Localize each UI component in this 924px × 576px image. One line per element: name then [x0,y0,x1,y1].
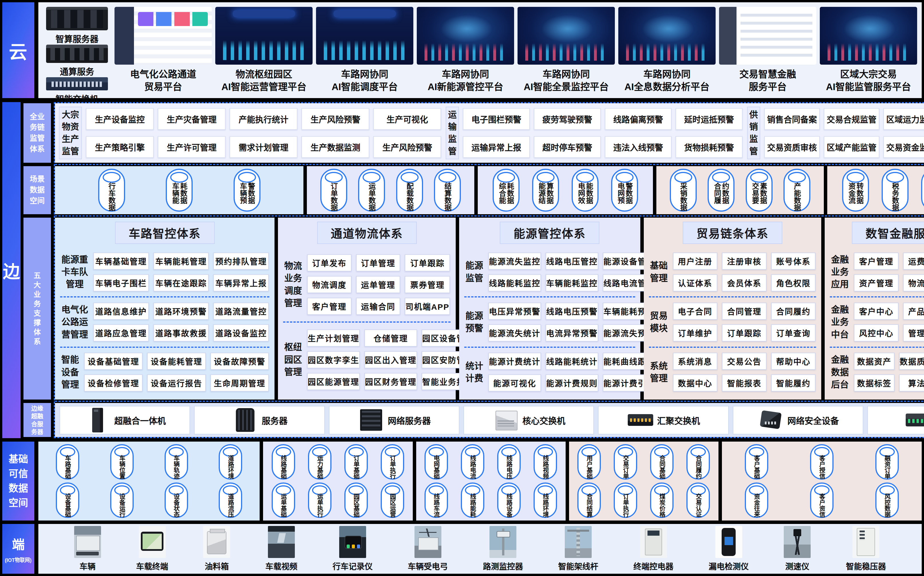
system-column-vehicle-road: 车路智控体系 能源重卡车队管理 车辆基础管理车辆能耗管理预约排队管理车辆电子围栏… [55,218,274,400]
module-card: 交易公告 [722,353,767,370]
scene-data-group-logistics: 订单数据运单数据配载数据结算数据 [307,166,474,214]
device-label: 行车记录仪 [333,560,373,572]
section-label: 物流业务调度管理 [284,260,303,309]
section-cards: 数据资产数据质量管理数据目录数据标签算法模型数汇集 [854,353,924,392]
database-cylinder-icon: 税务数据 [882,169,908,212]
platform-label: 交易智慧金融 服务平台 [740,68,796,93]
section-label: 统计计费 [465,360,484,385]
cylinder-label: 运单基础 [280,493,287,517]
database-cylinder-icon: 园区基础 [344,483,368,518]
hardware-icon [627,408,654,432]
module-card: 道路流量管控 [213,302,269,320]
device-label: 智能架线杆 [558,560,598,572]
module-card: 电流异常预警 [545,324,598,341]
hardware-card: 超融合一体机 [59,406,190,434]
system-title: 贸易链条体系 [683,222,782,244]
database-cylinder-icon: 车辆轨迹 [165,444,188,480]
cylinder-label: 能源结 算数据 [537,182,553,204]
supervision-card: 电子围栏预警 [463,108,530,130]
device-photo [565,526,592,558]
module-card: 算法模型 [899,374,924,392]
database-cylinder-icon: 道路环境 [219,444,242,480]
section-cards: 能源流失监控线路电压管控能源设备管控线路能耗监控车辆能耗监控线路电流管控 [488,253,656,291]
device-label: 终端控电器 [634,560,674,572]
database-cylinder-icon: 融资订单 [875,444,899,480]
device-label: 车辆 [80,560,96,572]
module-card: 客户中心 [854,302,898,320]
module-card: 设备检修管理 [84,374,143,392]
five-systems-band: 车路智控体系 能源重卡车队管理 车辆基础管理车辆能耗管理预约排队管理车辆电子围栏… [55,218,924,400]
module-card: 道路设备监控 [213,324,269,341]
module-card: 预约排队管理 [213,253,269,270]
section-cards: 订单发布订单管理订单跟踪物流调度运单管理票券管理客户管理运输合同司机端APP [307,254,450,315]
cylinder-label: 电网预 警数据 [617,182,633,204]
section-label: 能源预警 [465,310,484,334]
cylinder-label: 融资订单 [884,455,890,479]
cloud-panel: 智算服务器 通算服务 智能交换机 电气化公路通道 贸易平台 物流枢纽园区 AI智… [38,2,922,98]
cloud-rail: 云 [2,2,34,98]
server-icon [46,7,108,30]
database-cylinder-icon: 线路能耗 [461,483,484,518]
device-label: 智能稳压器 [846,560,886,572]
supervision-card: 延时运抵预警 [675,108,743,130]
supervision-cards: 电子围栏预警疲劳驾驶预警线路偏离预警延时运抵预警运输异常上报超时停车预警违法入线… [463,107,743,159]
module-card: 订单查询 [771,324,816,341]
module-card: 园区数字孪生 [307,351,360,368]
database-cylinder-icon: 煤炭价格 [650,483,674,518]
module-card: 车辆异常上报 [213,274,269,291]
module-card: 票券管理 [405,276,450,293]
system-column-energy: 能源管控体系 能源监管 能源流失监控线路电压管控能源设备管控线路能耗监控车辆能耗… [459,218,640,400]
platform-thumbnail [719,7,817,65]
database-cylinder-icon: 授信数据 [921,169,924,212]
system-section: 金融数据后台 数据资产数据质量管理数据目录数据标签算法模型数汇集 [830,347,924,397]
module-card: 园区财务管理 [364,373,417,390]
database-cylinder-icon: 运力基础 [308,444,332,480]
cylinder-label: 合同履约 [695,455,702,479]
platform-card: 车路网协同 AI智能调度平台 [316,6,413,94]
system-section: 统计计费 能源计费统计线路能耗统计能耗曲线跟踪能源可视化能源计费规则能源计费引擎 [464,347,635,397]
supervision-card: 生产风险预警 [302,108,369,130]
cylinder-label: 资金往来 [753,493,760,517]
platform-card: 电气化公路通道 贸易平台 [114,6,212,94]
cylinder-label: 交易认证 [695,493,702,517]
data-space-rail-label: 基础可信数据空间 [8,452,29,510]
module-card: 客户管理 [854,253,898,270]
module-card: 司机端APP [405,298,450,315]
database-cylinder-icon: 结算数据 [434,169,461,212]
data-group-logistics: 线路基础运力基础订单基础订单执行运单基础运单执行园区基础园区运营 [263,442,412,520]
module-card: 能源可视化 [488,374,541,392]
device-photo [784,526,811,558]
module-card: 车辆基础管理 [93,253,149,270]
cylinder-label: 车辆轨迹 [173,455,180,479]
edge-rail: 边 [2,102,21,438]
module-card: 订单跟踪 [405,254,450,271]
system-section: 系统管理 系统消息交易公告帮助中心数据中心智能报表智能履约 [649,347,817,397]
band-label-five-systems: 五大业务支撑体系 [24,218,51,400]
cylinder-label: 运单执行 [316,493,323,517]
supervision-card: 生产数据监测 [302,136,369,158]
database-cylinder-icon: 综合能 耗数据 [492,169,520,212]
device-label: 漏电检测仪 [709,560,749,572]
system-section: 能源监管 能源流失监控线路电压管控能源设备管控线路能耗监控车辆能耗监控线路电流管… [464,247,635,296]
section-label: 贸易模块 [650,310,668,334]
database-cylinder-icon: 行车数据 [98,169,125,212]
device-label: 路测监控器 [483,560,523,572]
device-photo [268,526,295,558]
band-label-scene-data: 场景数据空间 [24,166,51,214]
cylinder-label: 税务数据 [891,182,899,211]
supervision-group-production: 大宗物资生产监管 生产设备监控生产灾备管理产能执行统计生产风险预警生产可视化生产… [59,107,441,159]
data-group-trade: 用户基础交易订单合同基础合同履约合同结算订单执行煤炭价格交易认证 [569,442,719,520]
database-cylinder-icon: 合同履 约数据 [707,169,735,212]
cylinder-label: 合同履 约数据 [713,182,729,204]
cylinder-label: 订单数据 [330,182,338,211]
section-cards: 车辆基础管理车辆能耗管理预约排队管理车辆电子围栏车辆在途跟踪车辆异常上报 [93,253,269,291]
device-item: 车辆 [74,526,101,572]
supervision-card: 生产风险预警 [373,136,441,158]
section-label: 金融数据后台 [830,354,849,391]
data-group-vehicle-road: 车路基础车辆位置车辆轨迹道路环境设备基础设备运行设备状态道路流压 [38,442,260,520]
module-card: 电子合同 [673,302,718,320]
system-title: 车路智控体系 [115,222,215,244]
cylinder-label: 行车数据 [107,182,116,211]
cylinder-label: 车辆位置 [119,455,125,479]
module-card: 设备故障预警 [210,353,269,370]
